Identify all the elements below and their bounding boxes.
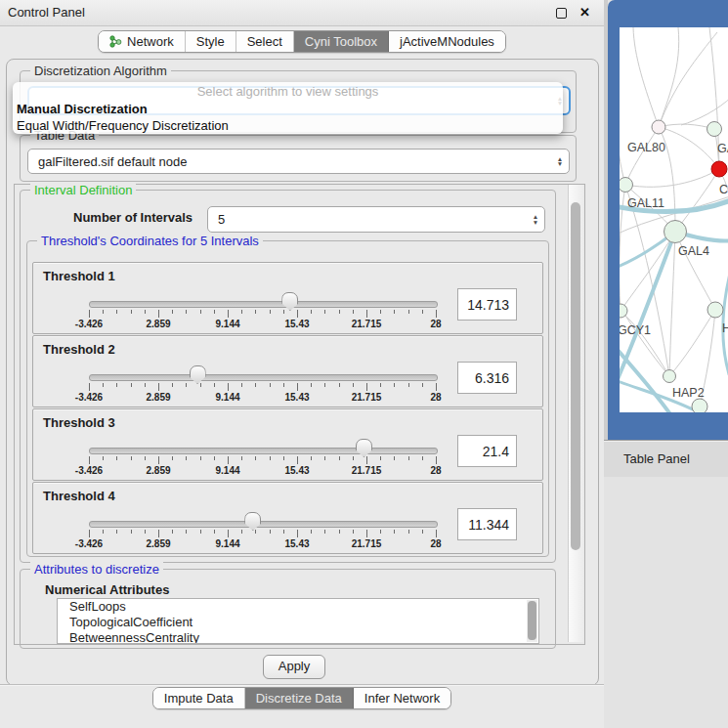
node-label: HAP2: [672, 386, 705, 400]
tick-label: 28: [430, 538, 441, 549]
group-title: Threshold's Coordinates for 5 Intervals: [37, 234, 263, 248]
tick-label: 15.43: [284, 538, 309, 549]
network-node-gal80[interactable]: [652, 120, 665, 134]
threshold-label: Threshold 1: [43, 269, 115, 283]
slider-thumb[interactable]: [244, 512, 261, 531]
network-node-gal11[interactable]: [620, 178, 633, 193]
network-edge[interactable]: [620, 185, 625, 311]
tick-label: 28: [430, 392, 441, 403]
node-label: GA: [717, 142, 728, 155]
network-edge[interactable]: [659, 32, 717, 127]
screen: Control Panel ✕ NetworkStyleSelectCyni T…: [0, 0, 728, 728]
slider-tick-labels: -3.4262.8599.14415.4321.71528: [89, 319, 436, 330]
table-data-combobox[interactable]: galFiltered.sif default node ▲▼: [27, 149, 570, 174]
node-label: GAL80: [627, 141, 665, 154]
mode-tab-discretize-data[interactable]: Discretize Data: [245, 688, 354, 708]
close-icon[interactable]: ✕: [579, 5, 590, 20]
network-canvas[interactable]: GAL80GACGAL11GAL4GCY1HHAP2: [620, 27, 728, 412]
threshold-value-field[interactable]: 6.316: [457, 362, 517, 394]
tab-select[interactable]: Select: [236, 31, 294, 52]
tick-label: 2.859: [146, 392, 170, 403]
network-edge[interactable]: [681, 96, 728, 125]
attribute-item-selfloops[interactable]: SelfLoops: [58, 599, 538, 615]
settings-vertical-scrollbar[interactable]: [568, 185, 583, 642]
network-edge[interactable]: [669, 232, 675, 376]
slider-ticks: [89, 310, 436, 319]
network-edge[interactable]: [621, 311, 669, 376]
network-edge[interactable]: [633, 27, 659, 127]
network-node-gal4[interactable]: [664, 221, 687, 243]
tick-label: 21.715: [352, 465, 382, 476]
tick-label: 28: [430, 319, 441, 329]
network-edge[interactable]: [675, 232, 715, 310]
dropdown-item-equal-width-frequency-discretization[interactable]: Equal Width/Frequency Discretization: [13, 117, 563, 134]
tick-label: -3.426: [75, 392, 103, 403]
float-window-icon[interactable]: [556, 8, 567, 19]
tick-label: 15.43: [284, 465, 309, 476]
scrollbar-thumb[interactable]: [528, 601, 536, 640]
dropdown-item-manual-discretization[interactable]: Manual Discretization: [13, 101, 563, 117]
node-label: GCY1: [620, 323, 651, 337]
slider-ticks: [89, 383, 436, 392]
tab-cyni-toolbox[interactable]: Cyni Toolbox: [294, 31, 389, 52]
slider-track[interactable]: [89, 374, 438, 381]
threshold-3-panel: Threshold 3-3.4262.8599.14415.4321.71528…: [32, 408, 543, 481]
network-node-hap2[interactable]: [664, 370, 676, 383]
tab-label: jActiveMNodules: [400, 34, 494, 49]
number-of-intervals-combobox[interactable]: 5 ▲▼: [207, 206, 545, 233]
attribute-item-betweennesscentrality[interactable]: BetweennessCentrality: [58, 630, 538, 644]
scrollbar-thumb[interactable]: [571, 202, 580, 550]
tick-label: -3.426: [75, 465, 103, 476]
network-edge[interactable]: [669, 310, 715, 376]
tick-label: -3.426: [75, 319, 103, 329]
slider-ticks: [89, 530, 436, 538]
threshold-value-field[interactable]: 14.713: [457, 288, 517, 321]
slider-tick-labels: -3.4262.8599.14415.4321.71528: [89, 392, 436, 404]
dropdown-placeholder[interactable]: Select algorithm to view settings: [13, 82, 563, 101]
slider-track[interactable]: [89, 448, 438, 454]
network-node[interactable]: [692, 399, 707, 412]
network-edge[interactable]: [659, 124, 714, 129]
tab-jactivemnodules[interactable]: jActiveMNodules: [389, 31, 505, 52]
tab-network[interactable]: Network: [99, 31, 186, 52]
control-panel: Control Panel ✕ NetworkStyleSelectCyni T…: [0, 0, 604, 728]
tick-label: 28: [430, 465, 441, 476]
tab-label: Network: [127, 34, 174, 49]
group-title: Discretization Algorithm: [30, 64, 171, 78]
tick-label: 9.144: [215, 319, 239, 329]
mode-tab-group: Impute DataDiscretize DataInfer Network: [152, 687, 451, 709]
network-edge-highlighted[interactable]: [620, 232, 675, 379]
threshold-value-field[interactable]: 11.344: [457, 508, 517, 540]
numerical-attributes-list[interactable]: SelfLoopsTopologicalCoefficientBetweenne…: [57, 598, 539, 644]
tick-label: 2.859: [146, 538, 170, 549]
threshold-label: Threshold 2: [43, 342, 115, 357]
slider-track[interactable]: [89, 301, 438, 308]
number-of-intervals-label: Number of Intervals: [73, 210, 193, 225]
slider-thumb[interactable]: [356, 439, 372, 457]
network-node-c[interactable]: [711, 161, 727, 177]
node-label: GAL4: [678, 244, 709, 258]
apply-button[interactable]: Apply: [263, 655, 325, 679]
network-node-ga[interactable]: [707, 122, 722, 137]
slider-track[interactable]: [89, 521, 438, 528]
slider-ticks: [89, 456, 436, 465]
network-edge[interactable]: [620, 125, 625, 185]
list-scrollbar[interactable]: [527, 600, 537, 642]
network-edge[interactable]: [625, 127, 659, 185]
tab-label: Impute Data: [164, 691, 234, 706]
threshold-value-field[interactable]: 21.4: [457, 435, 517, 467]
slider-thumb[interactable]: [190, 365, 206, 384]
node-label: GAL11: [627, 196, 664, 210]
network-edge[interactable]: [659, 27, 679, 127]
network-edge-highlighted[interactable]: [620, 350, 670, 412]
mode-tab-impute-data[interactable]: Impute Data: [153, 688, 245, 708]
table-panel-titlebar: Table Panel: [604, 440, 728, 478]
threshold-1-panel: Threshold 1-3.4262.8599.14415.4321.71528…: [32, 262, 543, 334]
network-node-h[interactable]: [707, 302, 723, 318]
network-edge-highlighted[interactable]: [723, 262, 728, 374]
tab-style[interactable]: Style: [186, 31, 236, 52]
mode-tab-infer-network[interactable]: Infer Network: [354, 688, 450, 708]
attribute-item-topologicalcoefficient[interactable]: TopologicalCoefficient: [58, 615, 538, 630]
table-panel-title: Table Panel: [623, 451, 690, 466]
slider-thumb[interactable]: [281, 292, 298, 311]
